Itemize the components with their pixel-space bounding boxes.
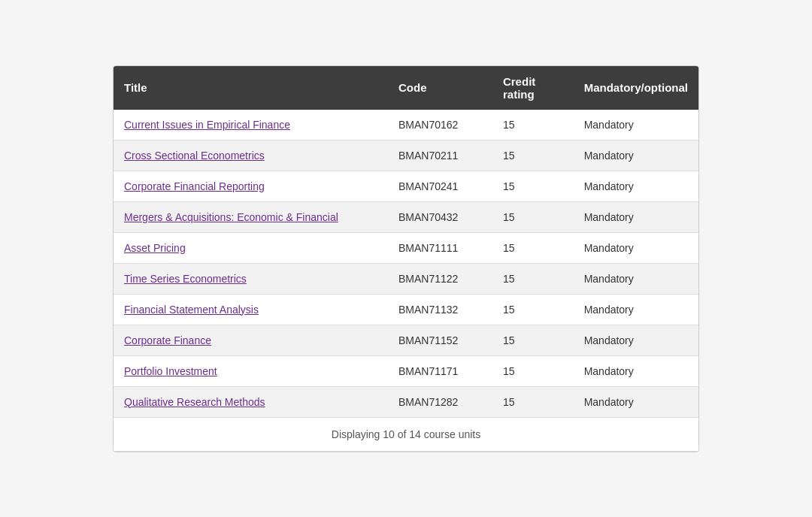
- cell-code: BMAN70241: [388, 171, 492, 201]
- cell-credit-rating: 15: [492, 294, 574, 325]
- cell-credit-rating: 15: [492, 386, 574, 417]
- cell-title: Qualitative Research Methods: [114, 386, 388, 417]
- cell-mandatory-optional: Mandatory: [574, 171, 698, 201]
- course-title-link[interactable]: Portfolio Investment: [124, 365, 217, 377]
- cell-mandatory-optional: Mandatory: [574, 355, 698, 386]
- course-title-link[interactable]: Corporate Finance: [124, 334, 211, 346]
- table-footer-row: Displaying 10 of 14 course units: [114, 417, 698, 451]
- cell-title: Mergers & Acquisitions: Economic & Finan…: [114, 201, 388, 232]
- cell-credit-rating: 15: [492, 325, 574, 355]
- cell-code: BMAN71122: [388, 263, 492, 294]
- table-row: Financial Statement AnalysisBMAN7113215M…: [114, 294, 698, 325]
- table-row: Corporate Financial ReportingBMAN7024115…: [114, 171, 698, 201]
- cell-title: Corporate Financial Reporting: [114, 171, 388, 201]
- cell-code: BMAN71111: [388, 232, 492, 263]
- cell-mandatory-optional: Mandatory: [574, 386, 698, 417]
- header-credit-rating: Credit rating: [492, 66, 574, 110]
- course-table-container: Title Code Credit rating Mandatory/optio…: [113, 65, 699, 452]
- table-row: Current Issues in Empirical FinanceBMAN7…: [114, 110, 698, 141]
- cell-credit-rating: 15: [492, 201, 574, 232]
- cell-credit-rating: 15: [492, 263, 574, 294]
- table-row: Portfolio InvestmentBMAN7117115Mandatory: [114, 355, 698, 386]
- cell-credit-rating: 15: [492, 171, 574, 201]
- course-title-link[interactable]: Cross Sectional Econometrics: [124, 150, 265, 162]
- course-title-link[interactable]: Time Series Econometrics: [124, 273, 247, 285]
- cell-credit-rating: 15: [492, 110, 574, 141]
- cell-title: Time Series Econometrics: [114, 263, 388, 294]
- table-row: Cross Sectional EconometricsBMAN7021115M…: [114, 140, 698, 171]
- cell-title: Portfolio Investment: [114, 355, 388, 386]
- cell-mandatory-optional: Mandatory: [574, 294, 698, 325]
- header-code: Code: [388, 66, 492, 110]
- cell-credit-rating: 15: [492, 355, 574, 386]
- table-row: Corporate FinanceBMAN7115215Mandatory: [114, 325, 698, 355]
- cell-title: Corporate Finance: [114, 325, 388, 355]
- cell-code: BMAN70432: [388, 201, 492, 232]
- header-title: Title: [114, 66, 388, 110]
- cell-code: BMAN71282: [388, 386, 492, 417]
- course-title-link[interactable]: Mergers & Acquisitions: Economic & Finan…: [124, 211, 338, 223]
- cell-mandatory-optional: Mandatory: [574, 110, 698, 141]
- cell-code: BMAN70211: [388, 140, 492, 171]
- cell-mandatory-optional: Mandatory: [574, 263, 698, 294]
- table-row: Asset PricingBMAN7111115Mandatory: [114, 232, 698, 263]
- cell-mandatory-optional: Mandatory: [574, 201, 698, 232]
- cell-title: Financial Statement Analysis: [114, 294, 388, 325]
- table-row: Mergers & Acquisitions: Economic & Finan…: [114, 201, 698, 232]
- cell-code: BMAN71152: [388, 325, 492, 355]
- cell-mandatory-optional: Mandatory: [574, 140, 698, 171]
- header-mandatory-optional: Mandatory/optional: [574, 66, 698, 110]
- cell-code: BMAN71171: [388, 355, 492, 386]
- cell-title: Cross Sectional Econometrics: [114, 140, 388, 171]
- course-title-link[interactable]: Corporate Financial Reporting: [124, 180, 265, 192]
- course-title-link[interactable]: Current Issues in Empirical Finance: [124, 119, 290, 131]
- course-table: Title Code Credit rating Mandatory/optio…: [114, 66, 698, 452]
- course-title-link[interactable]: Qualitative Research Methods: [124, 396, 265, 408]
- course-title-link[interactable]: Asset Pricing: [124, 242, 186, 254]
- table-row: Time Series EconometricsBMAN7112215Manda…: [114, 263, 698, 294]
- cell-credit-rating: 15: [492, 140, 574, 171]
- cell-mandatory-optional: Mandatory: [574, 232, 698, 263]
- table-header-row: Title Code Credit rating Mandatory/optio…: [114, 66, 698, 110]
- cell-title: Asset Pricing: [114, 232, 388, 263]
- footer-text: Displaying 10 of 14 course units: [114, 417, 698, 451]
- cell-credit-rating: 15: [492, 232, 574, 263]
- cell-code: BMAN70162: [388, 110, 492, 141]
- cell-title: Current Issues in Empirical Finance: [114, 110, 388, 141]
- cell-code: BMAN71132: [388, 294, 492, 325]
- course-title-link[interactable]: Financial Statement Analysis: [124, 304, 259, 316]
- table-row: Qualitative Research MethodsBMAN7128215M…: [114, 386, 698, 417]
- cell-mandatory-optional: Mandatory: [574, 325, 698, 355]
